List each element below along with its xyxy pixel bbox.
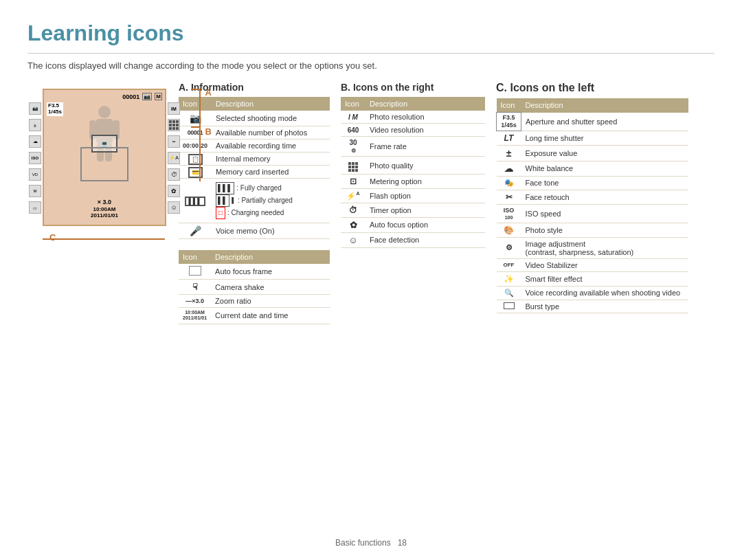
desc-cell: ISO speed [521,204,689,223]
icon-cell [497,300,521,313]
table-row: ⚙ Image adjustment(contrast, sharpness, … [497,237,689,258]
camera-screen: 00001 📷 M F3.5 1/45s � [43,89,166,226]
desc-cell: Flash option [366,189,485,203]
table-row: ✿ Auto focus option [341,217,485,232]
desc-cell: Photo style [521,223,689,237]
footer-page: 18 [398,538,407,548]
frame-box [80,147,128,181]
desc-cell: Face detection [366,232,485,247]
cam-icon-mem: M [29,185,41,197]
desc-cell: Zoom ratio [211,295,330,308]
table-row: Auto focus frame [179,264,330,280]
cam-icon-focus: ✿ [168,185,180,197]
desc-cell: Voice memo (On) [212,223,330,239]
section-c-table: Icon Description F3.51/45s Aperture and … [496,98,688,313]
cam-icon-timer: ⏱ [168,168,180,181]
table-row: ⏱ Timer option [341,203,485,217]
cam-icon-grid [168,119,180,131]
desc-cell-battery: ▌▌▌ : Fully charged ▌▌ ▌ : Partially cha… [212,179,330,223]
table-row: Burst type [497,300,689,313]
desc-cell: Available recording time [212,139,330,153]
icon-cell: ISO100 [497,204,521,223]
desc-cell: Photo quality [366,157,485,175]
desc-cell: Burst type [521,300,689,313]
battery-notes: ▌▌▌ : Fully charged ▌▌ ▌ : Partially cha… [216,181,326,221]
icon-cell: I M [341,111,366,124]
left-icons: 📷 ± ☁ ISO VD M ▭ [29,102,41,214]
battery-note-1: ▌▌▌ : Fully charged [216,182,326,194]
desc-cell: White balance [521,161,689,176]
col-icon-b: Icon [341,97,366,111]
section-a-title: A. Information [179,82,330,93]
desc-cell: Face tone [521,176,689,190]
section-c-title: C. Icons on the left [496,82,688,94]
table-row: 30⚙ Frame rate [341,137,485,157]
right-icons: IM ▪▪ ⚡A ⏱ ✿ ☺ [168,102,180,214]
cam-icon-vid: VD [29,168,41,181]
icon-cell: ⊡ [341,175,366,189]
footer-text: Basic functions [335,538,391,548]
cam-icon-face: ☺ [168,201,180,214]
battery-note-2: ▌▌ ▌ : Partially charged [216,194,326,207]
main-layout: 📷 ± ☁ ISO VD M ▭ 00001 📷 M F3.5 1/45s [27,82,715,324]
table-row: ± Exposure value [497,145,689,161]
section-b: B. Icons on the right Icon Description I… [341,82,485,324]
desc-cell: Current date and time [211,308,330,324]
desc-cell: Smart filter effect [521,271,689,286]
desc-cell: Exposure value [521,145,689,161]
datetime-display: 10:00AM 2011/01/01 [91,206,118,219]
desc-cell: Video resolution [366,124,485,137]
cam-icon-camera: 📷 [29,102,41,115]
table-row: ⚡A Flash option [341,189,485,203]
cam-icon-m: IM [168,102,180,115]
icon-cell: ▌▌▌ [179,179,212,223]
icon-cell [179,264,211,280]
icon-cell [341,157,366,175]
table-row: OFF Video Stabilizer [497,258,689,271]
icon-cell: ✨ [497,271,521,286]
desc-cell: Metering option [366,175,485,189]
page-title: Learning icons [27,21,715,54]
icon-cell: 30⚙ [341,137,366,157]
svg-point-0 [98,106,111,118]
icon-cell: 🎭 [497,176,521,190]
table-row: 📋 Internal memory [179,153,330,166]
top-bar: 00001 📷 M [47,93,162,100]
zoom-display: × 3.0 [98,199,111,205]
icon-cell: —×3.0 [179,295,211,308]
table-row: ☁ White balance [497,161,689,176]
desc-cell: Photo resolution [366,111,485,124]
table-row: 10:00AM2011/01/01 Current date and time [179,308,330,324]
table-row: LT Long time shutter [497,131,689,145]
icon-cell: 🎤 [179,223,212,239]
counter-display: 00001 [122,93,139,100]
desc-cell: Memory card inserted [212,166,330,179]
table-row: ⊡ Metering option [341,175,485,189]
col-desc-c: Description [521,98,689,113]
desc-cell: Long time shutter [521,131,689,145]
cam-icon-b: ▪▪ [168,135,180,148]
table-row: 🎨 Photo style [497,223,689,237]
table-row: 📷 Selected shooting mode [179,111,330,126]
section-b-table: Icon Description I M Photo resolution 64… [341,97,485,248]
icon-cell: LT [497,131,521,145]
battery-note-3: □ : Charging needed [216,207,326,219]
col-icon-c: Icon [497,98,521,113]
icon-cell: F3.51/45s [497,113,521,131]
table-row: I M Photo resolution [341,111,485,124]
table-row: 00:00:20 Available recording time [179,139,330,153]
icon-cell: 640 [341,124,366,137]
table-row: 🎭 Face tone [497,176,689,190]
sections-container: A. Information Icon Description 📷 Select… [179,82,715,324]
icon-cell: ☁ [497,161,521,176]
table-row: 640 Video resolution [341,124,485,137]
section-c: C. Icons on the left Icon Description F3… [496,82,688,324]
col-desc-b: Description [366,97,485,111]
icon-cell: ✂ [497,190,521,204]
table-row: ☺ Face detection [341,232,485,247]
table-row: Photo quality [341,157,485,175]
battery-empty-icon: □ [216,207,225,219]
desc-cell: Auto focus option [366,217,485,232]
table-row: ▌▌▌ ▌▌▌ : Fully charged ▌▌ ▌ [179,179,330,223]
subtitle-text: The icons displayed will change accordin… [27,60,715,71]
